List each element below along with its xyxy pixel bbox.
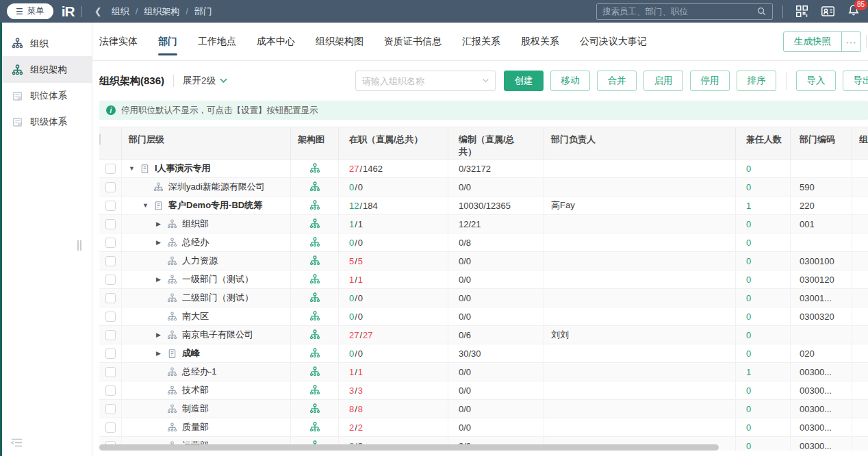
org-name-input[interactable]: [362, 76, 483, 86]
department-name[interactable]: 客户Demo专用-BD统筹: [168, 199, 262, 212]
import-export-button[interactable]: 导出: [843, 71, 868, 91]
department-name[interactable]: 一级部门（测试）: [182, 273, 253, 286]
expand-arrow-icon[interactable]: [156, 331, 167, 338]
org-chart-icon[interactable]: [309, 274, 320, 285]
headcount-cell: 0/0: [448, 307, 544, 325]
sidebar-item[interactable]: 组织: [0, 31, 92, 57]
row-checkbox[interactable]: [105, 164, 116, 174]
row-checkbox[interactable]: [105, 293, 116, 303]
snapshot-button-group: 生成快照 ···: [783, 31, 861, 52]
org-chart-icon[interactable]: [309, 348, 320, 359]
create-button[interactable]: 创建: [504, 71, 544, 91]
department-name[interactable]: 总经办: [182, 236, 209, 249]
tab[interactable]: 汇报关系: [462, 23, 500, 60]
toolbar-action-button[interactable]: 合并: [597, 71, 637, 91]
tab[interactable]: 法律实体: [99, 23, 138, 60]
sidebar-item[interactable]: 职位体系: [0, 83, 92, 109]
sidebar-item[interactable]: 职级体系: [0, 109, 92, 135]
org-chart-icon[interactable]: [309, 163, 320, 174]
expand-arrow-icon[interactable]: [156, 220, 167, 227]
expand-arrow-icon[interactable]: [129, 165, 140, 172]
department-name[interactable]: 制造部: [182, 403, 209, 415]
sidebar-collapse-icon[interactable]: [11, 438, 23, 450]
sidebar-resize-handle[interactable]: [77, 240, 82, 251]
concurrent-cell: 0: [736, 326, 791, 344]
breadcrumb-item[interactable]: 部门: [194, 5, 212, 18]
menu-button[interactable]: ☰ 菜单: [7, 3, 53, 19]
row-checkbox[interactable]: [105, 349, 116, 359]
tab[interactable]: 组织架构图: [316, 23, 363, 60]
row-checkbox[interactable]: [105, 385, 116, 396]
org-chart-icon[interactable]: [309, 255, 320, 266]
toolbar-action-button[interactable]: 移动: [550, 71, 590, 91]
org-chart-icon[interactable]: [309, 366, 320, 377]
expand-arrow-icon[interactable]: [156, 276, 167, 283]
row-checkbox[interactable]: [105, 275, 116, 285]
tab[interactable]: 部门: [158, 23, 177, 60]
contacts-icon[interactable]: [821, 5, 835, 18]
horizontal-scrollbar-thumb[interactable]: [99, 444, 719, 451]
department-name[interactable]: 成峰: [182, 347, 200, 359]
row-checkbox[interactable]: [105, 404, 116, 414]
org-name-search[interactable]: [355, 71, 496, 91]
onjob-cell: 5/5: [339, 252, 448, 270]
row-checkbox[interactable]: [105, 238, 116, 248]
back-chevron-icon[interactable]: ❮: [94, 6, 102, 16]
onjob-cell: 0/0: [339, 289, 448, 307]
department-name[interactable]: 组织部: [182, 218, 209, 230]
notifications-bell[interactable]: 85: [847, 4, 860, 19]
department-name[interactable]: I人事演示专用: [155, 162, 211, 175]
snapshot-more-button[interactable]: ···: [841, 32, 860, 51]
row-checkbox[interactable]: [105, 256, 116, 266]
tab[interactable]: 股权关系: [521, 23, 559, 60]
row-checkbox[interactable]: [105, 367, 116, 377]
expand-arrow-icon[interactable]: [142, 202, 153, 209]
row-checkbox[interactable]: [105, 330, 116, 340]
org-chart-icon[interactable]: [309, 329, 320, 340]
org-chart-icon[interactable]: [309, 237, 320, 248]
tab[interactable]: 公司决议大事记: [580, 23, 647, 60]
toolbar-divider: [786, 72, 787, 90]
expand-levels-dropdown[interactable]: 展开2级: [183, 75, 227, 87]
import-export-button[interactable]: 导入: [796, 71, 836, 91]
department-name[interactable]: 南京电子有限公司: [182, 329, 253, 341]
global-search-input[interactable]: [602, 7, 756, 16]
tab[interactable]: 资质证书信息: [384, 23, 442, 60]
org-chart-icon[interactable]: [309, 181, 320, 192]
org-chart-icon[interactable]: [309, 200, 320, 211]
org-chart-icon[interactable]: [309, 422, 320, 433]
toolbar-action-button[interactable]: 排序: [737, 71, 776, 91]
row-checkbox[interactable]: [105, 312, 116, 322]
tab[interactable]: 工作地点: [198, 23, 236, 60]
org-chart-icon[interactable]: [309, 292, 320, 303]
expand-arrow-icon[interactable]: [156, 350, 167, 357]
table-row: 二级部门（测试） 0/0 0/0 0 03001...: [99, 289, 868, 307]
department-name[interactable]: 深圳yadi新能源有限公司: [168, 181, 265, 193]
leader-cell: [544, 400, 736, 418]
qrcode-icon[interactable]: [795, 5, 808, 18]
org-chart-icon[interactable]: [309, 385, 320, 396]
department-name[interactable]: 二级部门（测试）: [182, 292, 253, 304]
row-checkbox[interactable]: [105, 182, 116, 192]
sidebar-item[interactable]: 组织架构: [0, 57, 92, 83]
department-name[interactable]: 技术部: [182, 384, 209, 396]
department-name[interactable]: 总经办-1: [182, 366, 217, 378]
tab[interactable]: 成本中心: [257, 23, 295, 60]
org-chart-icon[interactable]: [309, 218, 320, 229]
toolbar-action-button[interactable]: 启用: [643, 71, 683, 91]
department-name[interactable]: 质量部: [182, 421, 209, 433]
global-search[interactable]: [596, 3, 773, 20]
row-checkbox[interactable]: [105, 219, 116, 229]
generate-snapshot-button[interactable]: 生成快照: [784, 32, 841, 51]
org-chart-icon[interactable]: [309, 403, 320, 414]
breadcrumb-item[interactable]: 组织架构: [144, 5, 179, 18]
expand-arrow-icon[interactable]: [156, 239, 167, 246]
department-name[interactable]: 人力资源: [182, 255, 218, 267]
select-all-checkbox[interactable]: [99, 134, 101, 145]
row-checkbox[interactable]: [105, 201, 116, 211]
toolbar-action-button[interactable]: 停用: [690, 71, 730, 91]
department-name[interactable]: 南大区: [182, 310, 209, 322]
breadcrumb-item[interactable]: 组织: [112, 5, 129, 18]
org-chart-icon[interactable]: [309, 311, 320, 322]
row-checkbox[interactable]: [105, 422, 116, 433]
